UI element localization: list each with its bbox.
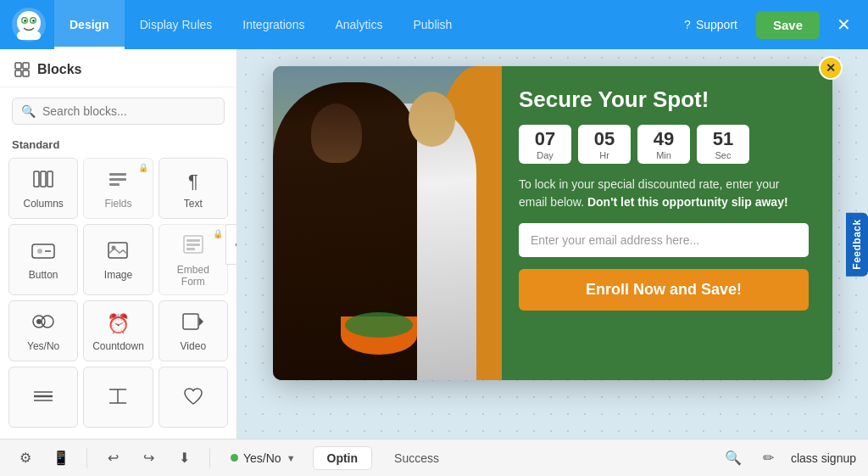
mobile-preview-button[interactable]: 📱 bbox=[47, 445, 75, 472]
search-wrapper[interactable]: 🔍 bbox=[12, 98, 225, 125]
bottom-search-icon: 🔍 bbox=[725, 450, 742, 466]
yesno-tab-toggle[interactable]: Yes/No ▼ bbox=[222, 448, 304, 468]
countdown-seconds-label: Sec bbox=[700, 150, 746, 160]
svg-rect-16 bbox=[109, 173, 126, 176]
svg-rect-14 bbox=[41, 171, 46, 187]
tab-success[interactable]: Success bbox=[381, 447, 453, 469]
canvas: ✕ bbox=[237, 49, 868, 439]
yesno-label: Yes/No bbox=[243, 451, 281, 465]
popup-cta-button[interactable]: Enroll Now and Save! bbox=[519, 269, 809, 311]
chevron-down-icon: ▼ bbox=[287, 453, 296, 463]
class-name-label: class signup bbox=[791, 451, 856, 465]
svg-rect-9 bbox=[15, 63, 21, 69]
tab-design[interactable]: Design bbox=[54, 0, 125, 49]
popup-content-side: Secure Your Spot! 07 Day 05 Hr 49 Min bbox=[502, 66, 832, 380]
block-label-image: Image bbox=[104, 269, 132, 281]
divider-1 bbox=[86, 448, 87, 468]
import-button[interactable]: ⬇ bbox=[170, 445, 198, 472]
popup-image-side bbox=[273, 66, 502, 380]
block-item-social[interactable] bbox=[159, 367, 228, 428]
svg-point-7 bbox=[32, 20, 34, 21]
block-item-embed-form[interactable]: 🔒 Embed Form bbox=[159, 224, 228, 295]
yes-no-icon bbox=[32, 313, 54, 335]
svg-rect-15 bbox=[47, 171, 53, 187]
block-item-image[interactable]: Image bbox=[83, 224, 153, 295]
popup-email-placeholder[interactable]: Enter your email address here... bbox=[519, 223, 809, 257]
main-area: Blocks 🔍 Standard Columns 🔒 bbox=[0, 49, 868, 439]
block-item-text[interactable]: ¶ Text bbox=[159, 158, 228, 219]
block-label-yes-no: Yes/No bbox=[27, 340, 59, 352]
social-icon bbox=[183, 387, 203, 411]
svg-rect-10 bbox=[23, 63, 29, 69]
block-label-fields: Fields bbox=[104, 198, 131, 210]
app-logo bbox=[10, 6, 47, 43]
countdown-days-label: Day bbox=[522, 150, 568, 160]
countdown-seconds: 51 Sec bbox=[697, 125, 749, 164]
divider-2 bbox=[209, 448, 210, 468]
tab-optin[interactable]: Optin bbox=[313, 446, 373, 470]
question-icon: ? bbox=[684, 18, 691, 31]
sidebar-title: Blocks bbox=[37, 62, 81, 77]
bottom-search-button[interactable]: 🔍 bbox=[720, 445, 747, 472]
svg-point-1 bbox=[17, 11, 41, 35]
bottom-edit-button[interactable]: ✏ bbox=[755, 445, 782, 472]
countdown-hours-label: Hr bbox=[581, 150, 627, 160]
save-button[interactable]: Save bbox=[756, 11, 820, 39]
spacer-icon bbox=[107, 388, 129, 410]
sidebar-header: Blocks bbox=[0, 49, 236, 87]
block-item-video[interactable]: Video bbox=[159, 300, 228, 361]
sidebar-collapse-button[interactable]: ‹ bbox=[225, 224, 237, 265]
header-right: ? Support Save ✕ bbox=[676, 11, 858, 39]
feedback-button[interactable]: Feedback bbox=[846, 212, 868, 276]
fields-icon bbox=[108, 171, 128, 193]
countdown-seconds-value: 51 bbox=[700, 130, 746, 148]
block-item-columns[interactable]: Columns bbox=[8, 158, 78, 219]
columns-icon bbox=[33, 171, 53, 193]
popup-headline: Secure Your Spot! bbox=[519, 87, 809, 113]
close-button[interactable]: ✕ bbox=[830, 11, 858, 38]
block-label-columns: Columns bbox=[23, 198, 63, 210]
block-item-fields[interactable]: 🔒 Fields bbox=[83, 158, 153, 219]
svg-rect-22 bbox=[108, 243, 127, 258]
header: Design Display Rules Integrations Analyt… bbox=[0, 0, 868, 49]
svg-rect-18 bbox=[109, 183, 120, 186]
search-container: 🔍 bbox=[0, 87, 236, 135]
tab-display-rules[interactable]: Display Rules bbox=[125, 0, 228, 49]
redo-button[interactable]: ↪ bbox=[135, 445, 162, 472]
video-icon bbox=[182, 313, 204, 335]
block-item-divider[interactable] bbox=[8, 367, 78, 428]
countdown-hours: 05 Hr bbox=[578, 125, 631, 164]
block-item-yes-no[interactable]: Yes/No bbox=[8, 300, 78, 361]
feedback-tab-area: Feedback bbox=[846, 212, 868, 276]
bottom-bar: ⚙ 📱 ↩ ↪ ⬇ Yes/No ▼ Optin Success 🔍 ✏ cla… bbox=[0, 439, 868, 476]
popup-preview: ✕ bbox=[273, 66, 832, 380]
divider-icon bbox=[32, 388, 54, 410]
block-item-button[interactable]: Button bbox=[8, 224, 78, 295]
settings-button[interactable]: ⚙ bbox=[12, 445, 39, 472]
svg-rect-11 bbox=[15, 70, 21, 76]
svg-point-6 bbox=[24, 20, 25, 21]
search-icon: 🔍 bbox=[21, 104, 36, 118]
svg-rect-25 bbox=[186, 239, 200, 242]
support-button[interactable]: ? Support bbox=[676, 13, 746, 36]
blocks-grid: Columns 🔒 Fields ¶ Text Button bbox=[0, 158, 236, 434]
tab-analytics[interactable]: Analytics bbox=[320, 0, 398, 49]
countdown-days: 07 Day bbox=[519, 125, 571, 164]
tab-publish[interactable]: Publish bbox=[398, 0, 467, 49]
search-input[interactable] bbox=[42, 104, 215, 118]
popup-close-button[interactable]: ✕ bbox=[819, 56, 843, 80]
section-standard-label: Standard bbox=[0, 135, 236, 158]
block-item-spacer[interactable] bbox=[83, 367, 153, 428]
undo-button[interactable]: ↩ bbox=[99, 445, 126, 472]
svg-rect-31 bbox=[183, 314, 198, 329]
countdown-minutes: 49 Min bbox=[637, 125, 690, 164]
block-item-countdown[interactable]: ⏰ Countdown bbox=[83, 300, 153, 361]
mobile-icon: 📱 bbox=[53, 450, 70, 466]
text-icon: ¶ bbox=[188, 171, 198, 193]
countdown-days-value: 07 bbox=[522, 130, 568, 148]
svg-rect-13 bbox=[34, 171, 39, 187]
countdown-timer: 07 Day 05 Hr 49 Min 51 Sec bbox=[519, 125, 809, 164]
sidebar: Blocks 🔍 Standard Columns 🔒 bbox=[0, 49, 237, 439]
svg-marker-32 bbox=[199, 317, 203, 326]
tab-integrations[interactable]: Integrations bbox=[227, 0, 320, 49]
